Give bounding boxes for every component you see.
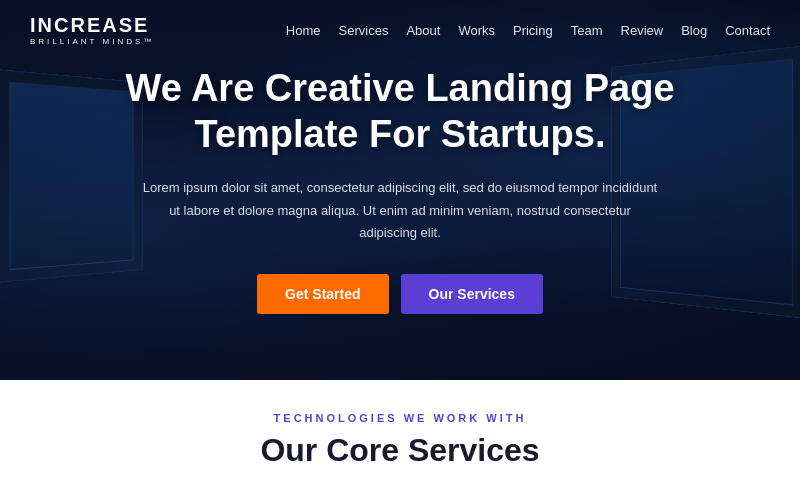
hero-content: We Are Creative Landing Page Template Fo… xyxy=(105,66,694,313)
nav-item-review[interactable]: Review xyxy=(621,23,664,38)
logo-sub-colored: BRILLIANT xyxy=(30,37,103,46)
nav-item-pricing[interactable]: Pricing xyxy=(513,23,553,38)
nav-item-home[interactable]: Home xyxy=(286,23,321,38)
logo-sub-plain: MINDS™ xyxy=(103,37,155,46)
services-subtitle: TECHNOLOGIES WE WORK WITH xyxy=(274,412,527,424)
logo-sub: BRILLIANT MINDS™ xyxy=(30,37,154,46)
main-nav: Home Services About Works Pricing Team R… xyxy=(286,23,770,38)
nav-item-about[interactable]: About xyxy=(406,23,440,38)
hero-title-line2: Template For Startups. xyxy=(194,113,605,155)
nav-item-works[interactable]: Works xyxy=(458,23,495,38)
header: INCREASE BRILLIANT MINDS™ Home Services … xyxy=(0,0,800,60)
nav-item-team[interactable]: Team xyxy=(571,23,603,38)
nav-item-services[interactable]: Services xyxy=(339,23,389,38)
hero-title-line1: We Are Creative Landing Page xyxy=(125,67,674,109)
hero-description: Lorem ipsum dolor sit amet, consectetur … xyxy=(140,177,660,243)
hero-buttons: Get Started Our Services xyxy=(125,274,674,314)
get-started-button[interactable]: Get Started xyxy=(257,274,388,314)
services-section: TECHNOLOGIES WE WORK WITH Our Core Servi… xyxy=(0,380,800,500)
hero-title: We Are Creative Landing Page Template Fo… xyxy=(125,66,674,157)
logo-main: INCREASE xyxy=(30,15,154,35)
nav-item-blog[interactable]: Blog xyxy=(681,23,707,38)
logo: INCREASE BRILLIANT MINDS™ xyxy=(30,15,154,46)
our-services-button[interactable]: Our Services xyxy=(401,274,543,314)
services-title: Our Core Services xyxy=(260,432,539,469)
nav-item-contact[interactable]: Contact xyxy=(725,23,770,38)
